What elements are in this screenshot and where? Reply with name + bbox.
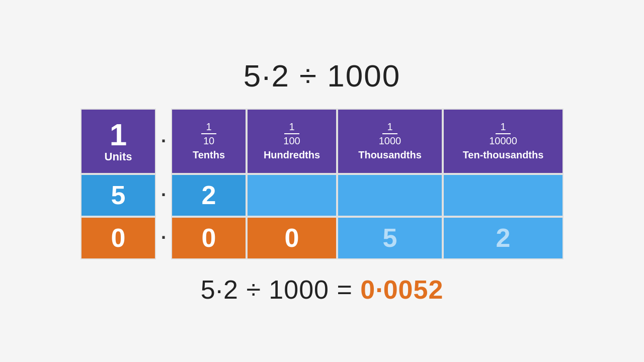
hundredths-row2: 0: [247, 217, 337, 259]
thousandths-row1: [337, 174, 443, 217]
units-number: 1: [110, 119, 127, 150]
ten-thousandths-fraction: 1 10000: [489, 121, 517, 146]
col-header-hundredths: 1 100 Hundredths: [247, 109, 337, 174]
ten-thousandths-row1: [443, 174, 564, 217]
ten-thousandths-label: Ten-thousandths: [463, 149, 544, 161]
units-label: Units: [105, 150, 132, 163]
units-row2: 0: [80, 217, 156, 259]
hundredths-line: [284, 133, 299, 134]
dot-row1-1: ·: [161, 174, 166, 217]
main-title: 5·2 ÷ 1000: [244, 58, 401, 94]
ten-thousandths-row2: 2: [443, 217, 564, 259]
hundredths-num: 1: [289, 121, 294, 132]
bottom-equation-answer: 0·0052: [360, 275, 443, 304]
tenths-fraction: 1 10: [201, 121, 216, 146]
hundredths-fraction: 1 100: [283, 121, 300, 146]
units-row1: 5: [80, 174, 156, 217]
tenths-label: Tenths: [193, 149, 225, 161]
dot-sep-1: · · ·: [156, 109, 171, 259]
bottom-equation: 5·2 ÷ 1000 = 0·0052: [201, 275, 444, 305]
dot-header-1: ·: [161, 109, 166, 174]
tenths-num: 1: [206, 121, 211, 132]
bottom-equation-static: 5·2 ÷ 1000 =: [201, 275, 361, 304]
thousandths-num: 1: [387, 121, 392, 132]
ten-thousandths-den: 10000: [489, 135, 517, 146]
col-header-ten-thousandths: 1 10000 Ten-thousandths: [443, 109, 564, 174]
tenths-row2: 0: [171, 217, 247, 259]
dot-row2-1: ·: [161, 217, 166, 259]
col-header-tenths: 1 10 Tenths: [171, 109, 247, 174]
ten-thousandths-line: [496, 133, 511, 134]
tenths-row1: 2: [171, 174, 247, 217]
col-ten-thousandths: 1 10000 Ten-thousandths 2: [443, 109, 564, 259]
hundredths-den: 100: [283, 135, 300, 146]
thousandths-line: [382, 133, 397, 134]
tenths-den: 10: [203, 135, 214, 146]
thousandths-fraction: 1 1000: [379, 121, 401, 146]
tenths-line: [201, 133, 216, 134]
col-thousandths: 1 1000 Thousandths 5: [337, 109, 443, 259]
thousandths-label: Thousandths: [358, 149, 422, 161]
hundredths-row1: [247, 174, 337, 217]
col-header-thousandths: 1 1000 Thousandths: [337, 109, 443, 174]
col-header-units: 1 Units: [80, 109, 156, 174]
thousandths-row2: 5: [337, 217, 443, 259]
col-tenths: 1 10 Tenths 2 0: [171, 109, 247, 259]
place-value-table: 1 Units 5 0 · · · 1 10 Tenths 2 0 1 100: [80, 109, 564, 259]
hundredths-label: Hundredths: [264, 149, 320, 161]
col-units: 1 Units 5 0: [80, 109, 156, 259]
thousandths-den: 1000: [379, 135, 401, 146]
ten-thousandths-num: 1: [500, 121, 506, 132]
col-hundredths: 1 100 Hundredths 0: [247, 109, 337, 259]
